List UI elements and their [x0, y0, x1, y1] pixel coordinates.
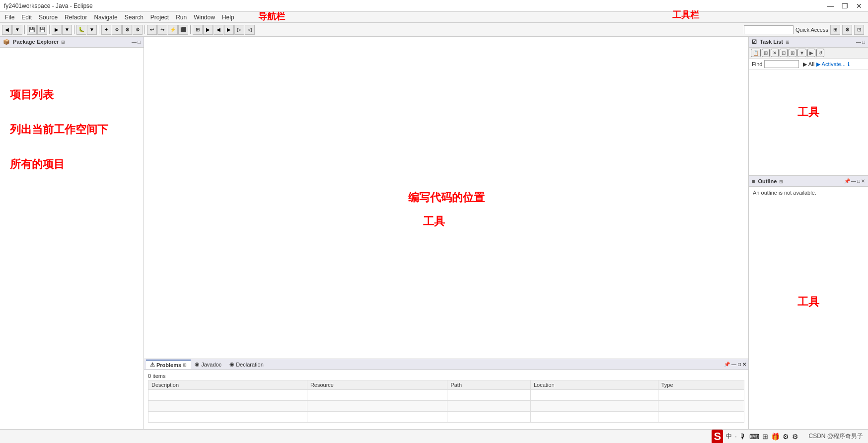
outline-close[interactable]: ✕	[861, 178, 865, 184]
menu-edit[interactable]: Edit	[18, 13, 35, 22]
task-list-btn-5[interactable]: ⊞	[789, 49, 796, 57]
package-explorer-minimize[interactable]: —	[132, 39, 137, 45]
toolbar-btn-12[interactable]: ⊞	[193, 25, 203, 35]
outline-maximize[interactable]: □	[857, 178, 860, 184]
row1-path	[447, 390, 531, 401]
tray-settings1: ⚙	[783, 433, 789, 441]
find-input[interactable]	[764, 60, 799, 68]
toolbar-btn-6[interactable]: ⚙	[122, 25, 132, 35]
quick-access-btn-1[interactable]: ⊞	[830, 25, 840, 35]
outline-pin[interactable]: 📌	[844, 178, 850, 184]
annotation-project-list-title: 项目列表	[10, 87, 108, 102]
editor-annotation-container: 编写代码的位置	[408, 190, 485, 205]
col-description: Description	[148, 380, 307, 390]
activate-link[interactable]: ▶ Activate...	[816, 61, 846, 68]
task-list-btn-6[interactable]: ▼	[797, 49, 806, 57]
tab-declaration[interactable]: ◉ Declaration	[225, 360, 268, 369]
title-bar: fy2401workspace - Java - Eclipse — ❐ ✕	[0, 0, 868, 12]
toolbar-group-1: ◀ ▼	[2, 25, 22, 35]
package-explorer-icon: 📦	[3, 39, 10, 45]
toolbar-btn-15[interactable]: ▶	[224, 25, 234, 35]
quick-access-input[interactable]	[744, 25, 794, 34]
toolbar-btn-10[interactable]: ⚡	[168, 25, 178, 35]
row1-type	[658, 390, 744, 401]
toolbar-btn-13[interactable]: ▶	[203, 25, 213, 35]
toolbar-sep-2	[49, 25, 50, 34]
task-list-btn-refresh[interactable]: ↺	[816, 49, 824, 57]
outline-controls: 📌 — □ ✕	[844, 178, 865, 184]
menu-source[interactable]: Source	[36, 13, 61, 22]
toolbar-btn-17[interactable]: ◁	[245, 25, 255, 35]
outline-minimize[interactable]: —	[851, 178, 856, 184]
bottom-panel-minimize[interactable]: —	[731, 362, 736, 367]
tray-grid: ⊞	[762, 433, 768, 441]
bottom-panel-pin[interactable]: 📌	[724, 362, 730, 367]
tray-gift: 🎁	[771, 433, 780, 441]
menu-refactor[interactable]: Refactor	[62, 13, 90, 22]
menu-project[interactable]: Project	[147, 13, 172, 22]
quick-access-btn-2[interactable]: ⚙	[842, 25, 852, 35]
find-bar: Find ▶ All ▶ Activate... ℹ	[749, 59, 868, 70]
restore-button[interactable]: ❐	[840, 2, 850, 10]
task-list-icon: ☑	[752, 39, 757, 45]
bottom-panel-maximize[interactable]: □	[738, 362, 741, 367]
tab-problems[interactable]: ⚠ Problems ⊞	[146, 360, 191, 369]
toolbar-btn-new[interactable]: ✦	[101, 25, 111, 35]
toolbar-btn-2[interactable]: ▼	[12, 25, 22, 35]
toolbar-btn-7[interactable]: ⚙	[133, 25, 143, 35]
row3-type	[658, 412, 744, 423]
toolbar-group-5: ✦ ⚙ ⚙ ⚙	[101, 25, 143, 35]
quick-access-btn-3[interactable]: ⊡	[854, 25, 864, 35]
task-list-tab-marker: ⊞	[786, 40, 790, 45]
bottom-panel-close[interactable]: ✕	[742, 362, 746, 367]
row3-loc	[530, 412, 658, 423]
col-path: Path	[447, 380, 531, 390]
toolbar-group-6: ↩ ↪ ⚡ ⬛	[147, 25, 188, 35]
info-icon[interactable]: ℹ	[848, 61, 850, 68]
row1-res	[307, 390, 447, 401]
menu-help[interactable]: Help	[219, 13, 237, 22]
csdn-dot: ·	[735, 433, 736, 440]
task-list-btn-3[interactable]: ✕	[771, 49, 779, 57]
tab-javadoc[interactable]: ◉ Javadoc	[191, 360, 225, 369]
table-row	[148, 401, 744, 412]
task-list-maximize[interactable]: □	[862, 39, 865, 45]
close-button[interactable]: ✕	[854, 2, 864, 10]
toolbar-btn-1[interactable]: ◀	[2, 25, 12, 35]
task-list-btn-1[interactable]: 📋	[751, 49, 761, 57]
toolbar-btn-16[interactable]: ▷	[234, 25, 244, 35]
menu-search[interactable]: Search	[122, 13, 146, 22]
editor-area[interactable]: 编写代码的位置	[144, 37, 748, 359]
toolbar-btn-14[interactable]: ◀	[214, 25, 223, 35]
toolbar-btn-run-dropdown[interactable]: ▼	[62, 25, 72, 35]
task-list-btn-7[interactable]: ▶	[807, 49, 815, 57]
toolbar-btn-5[interactable]: ⚙	[112, 25, 122, 35]
javadoc-icon: ◉	[195, 361, 200, 368]
package-explorer-maximize[interactable]: □	[138, 39, 141, 45]
task-list-title: ☑ Task List ⊞	[752, 39, 790, 45]
menu-window[interactable]: Window	[191, 13, 218, 22]
items-count: 0 items	[148, 372, 744, 380]
toolbar-btn-save-all[interactable]: 💾	[37, 25, 47, 35]
minimize-button[interactable]: —	[825, 2, 836, 10]
toolbar-btn-8[interactable]: ↩	[147, 25, 157, 35]
toolbar-btn-11[interactable]: ⬛	[178, 25, 188, 35]
csdn-logo: S	[712, 430, 723, 443]
bottom-tabs-list: ⚠ Problems ⊞ ◉ Javadoc ◉ Declaration	[146, 360, 268, 369]
outline-panel: ≡ Outline ⊞ 📌 — □ ✕ An outline is not av…	[749, 176, 868, 443]
window-title: fy2401workspace - Java - Eclipse	[4, 2, 93, 9]
task-list-minimize[interactable]: —	[856, 39, 861, 45]
outline-tab-marker: ⊞	[779, 179, 783, 184]
menu-navigate[interactable]: Navigate	[91, 13, 120, 22]
toolbar-btn-9[interactable]: ↪	[157, 25, 167, 35]
toolbar-btn-run[interactable]: ▶	[52, 25, 62, 35]
toolbar-btn-debug-dropdown[interactable]: ▼	[87, 25, 97, 35]
center-area: 编写代码的位置 ⚠ Problems ⊞ ◉ Javadoc ◉	[144, 37, 749, 443]
toolbar-btn-save[interactable]: 💾	[27, 25, 37, 35]
task-list-btn-2[interactable]: ⊞	[762, 49, 770, 57]
menu-file[interactable]: File	[2, 13, 17, 22]
quick-access-bar: Quick Access ⊞ ⚙ ⊡	[744, 25, 864, 35]
task-list-btn-4[interactable]: ⊡	[780, 49, 788, 57]
menu-run[interactable]: Run	[173, 13, 190, 22]
toolbar-btn-debug[interactable]: 🐛	[76, 25, 86, 35]
